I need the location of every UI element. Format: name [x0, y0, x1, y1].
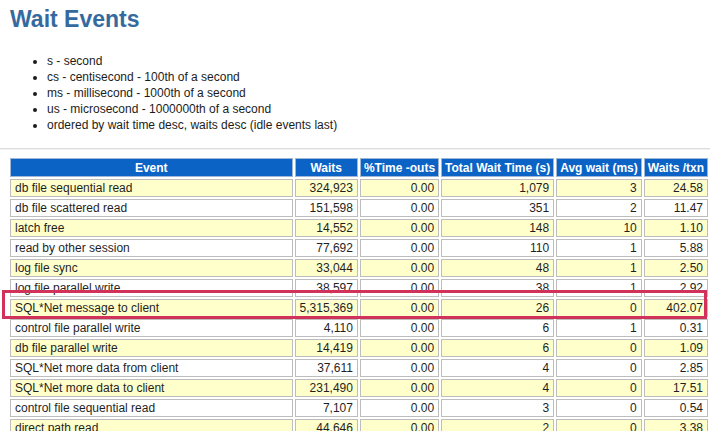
event-cell: log file sync [10, 259, 293, 277]
value-cell: 0 [556, 299, 642, 317]
value-cell: 3 [441, 399, 554, 417]
table-row: db file parallel write14,4190.00601.09 [10, 339, 708, 357]
value-cell: 10 [556, 219, 642, 237]
table-row: log file parallel write38,5970.003812.92 [10, 279, 708, 297]
value-cell: 351 [441, 199, 554, 217]
value-cell: 48 [441, 259, 554, 277]
value-cell: 1 [556, 259, 642, 277]
value-cell: 0.00 [360, 419, 439, 431]
value-cell: 1,079 [441, 179, 554, 197]
value-cell: 0.00 [360, 219, 439, 237]
value-cell: 0.00 [360, 239, 439, 257]
value-cell: 0.00 [360, 319, 439, 337]
value-cell: 324,923 [295, 179, 358, 197]
value-cell: 148 [441, 219, 554, 237]
value-cell: 4 [441, 359, 554, 377]
value-cell: 402.07 [644, 299, 708, 317]
column-header: Waits /txn [644, 158, 708, 177]
event-cell: SQL*Net more data to client [10, 379, 293, 397]
value-cell: 33,044 [295, 259, 358, 277]
value-cell: 2.92 [644, 279, 708, 297]
table-row: control file sequential read7,1070.00300… [10, 399, 708, 417]
column-header: Waits [295, 158, 358, 177]
value-cell: 37,611 [295, 359, 358, 377]
event-cell: control file sequential read [10, 399, 293, 417]
value-cell: 4,110 [295, 319, 358, 337]
column-header: Total Wait Time (s) [441, 158, 554, 177]
value-cell: 11.47 [644, 199, 708, 217]
value-cell: 6 [441, 339, 554, 357]
value-cell: 0.00 [360, 179, 439, 197]
value-cell: 5,315,369 [295, 299, 358, 317]
value-cell: 38,597 [295, 279, 358, 297]
value-cell: 1 [556, 279, 642, 297]
column-header: Event [10, 158, 293, 177]
value-cell: 0.00 [360, 259, 439, 277]
value-cell: 0.00 [360, 379, 439, 397]
table-row: control file parallel write4,1100.00610.… [10, 319, 708, 337]
legend-item: cs - centisecond - 100th of a second [47, 69, 337, 85]
value-cell: 231,490 [295, 379, 358, 397]
value-cell: 0.00 [360, 199, 439, 217]
page-title: Wait Events [10, 6, 140, 33]
event-cell: read by other session [10, 239, 293, 257]
value-cell: 6 [441, 319, 554, 337]
separator-line [0, 148, 710, 150]
column-header: %Time -outs [360, 158, 439, 177]
value-cell: 0 [556, 379, 642, 397]
legend-item: ordered by wait time desc, waits desc (i… [47, 117, 337, 133]
value-cell: 2.85 [644, 359, 708, 377]
value-cell: 5.88 [644, 239, 708, 257]
value-cell: 77,692 [295, 239, 358, 257]
table-row: db file sequential read324,9230.001,0793… [10, 179, 708, 197]
value-cell: 24.58 [644, 179, 708, 197]
value-cell: 1 [556, 319, 642, 337]
header-row: EventWaits%Time -outsTotal Wait Time (s)… [10, 158, 708, 177]
value-cell: 4 [441, 379, 554, 397]
table-row: log file sync33,0440.004812.50 [10, 259, 708, 277]
value-cell: 2 [556, 199, 642, 217]
table-row: db file scattered read151,5980.00351211.… [10, 199, 708, 217]
column-header: Avg wait (ms) [556, 158, 642, 177]
legend-list: s - secondcs - centisecond - 100th of a … [31, 53, 337, 133]
table-row: SQL*Net more data to client231,4900.0040… [10, 379, 708, 397]
value-cell: 3.38 [644, 419, 708, 431]
value-cell: 0 [556, 339, 642, 357]
value-cell: 0.54 [644, 399, 708, 417]
event-cell: SQL*Net more data from client [10, 359, 293, 377]
value-cell: 0 [556, 359, 642, 377]
value-cell: 0.00 [360, 359, 439, 377]
value-cell: 2.50 [644, 259, 708, 277]
table-row: direct path read44,6460.00203.38 [10, 419, 708, 431]
event-cell: control file parallel write [10, 319, 293, 337]
value-cell: 38 [441, 279, 554, 297]
value-cell: 7,107 [295, 399, 358, 417]
event-cell: SQL*Net message to client [10, 299, 293, 317]
event-cell: log file parallel write [10, 279, 293, 297]
value-cell: 17.51 [644, 379, 708, 397]
value-cell: 0 [556, 419, 642, 431]
event-cell: db file scattered read [10, 199, 293, 217]
value-cell: 44,646 [295, 419, 358, 431]
event-cell: direct path read [10, 419, 293, 431]
table-row: SQL*Net more data from client37,6110.004… [10, 359, 708, 377]
value-cell: 0 [556, 399, 642, 417]
value-cell: 26 [441, 299, 554, 317]
table-body: db file sequential read324,9230.001,0793… [10, 179, 708, 431]
value-cell: 0.00 [360, 399, 439, 417]
table-row: SQL*Net message to client5,315,3690.0026… [10, 299, 708, 317]
value-cell: 151,598 [295, 199, 358, 217]
value-cell: 0.00 [360, 279, 439, 297]
value-cell: 1.09 [644, 339, 708, 357]
value-cell: 0.00 [360, 339, 439, 357]
table-row: read by other session77,6920.0011015.88 [10, 239, 708, 257]
wait-events-table: EventWaits%Time -outsTotal Wait Time (s)… [8, 156, 710, 431]
value-cell: 14,419 [295, 339, 358, 357]
value-cell: 3 [556, 179, 642, 197]
value-cell: 1.10 [644, 219, 708, 237]
legend-item: ms - millisecond - 1000th of a second [47, 85, 337, 101]
legend-item: s - second [47, 53, 337, 69]
value-cell: 14,552 [295, 219, 358, 237]
table-row: latch free14,5520.00148101.10 [10, 219, 708, 237]
value-cell: 0.31 [644, 319, 708, 337]
